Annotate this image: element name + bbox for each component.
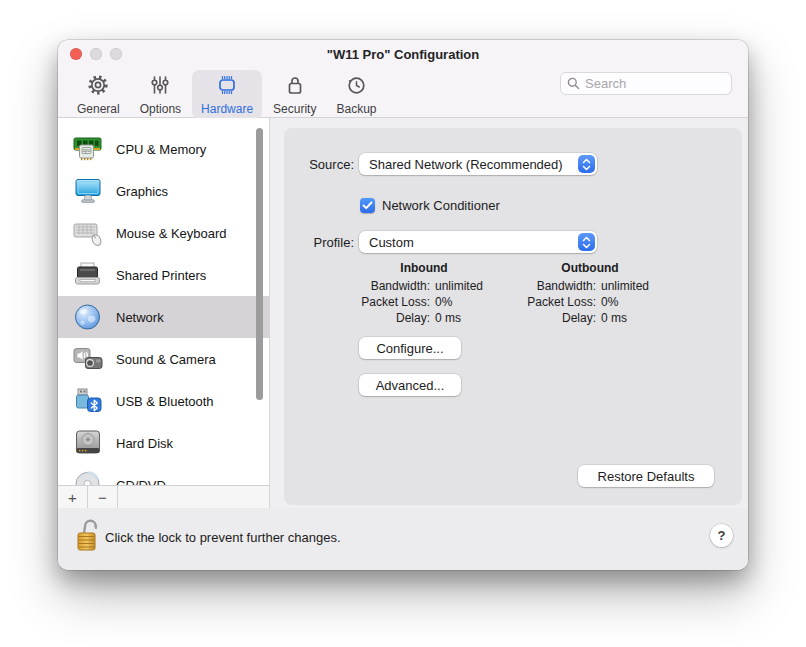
sidebar-item-usb-bluetooth[interactable]: USB & Bluetooth: [58, 380, 269, 422]
sidebar-footer: + −: [58, 485, 269, 508]
mouse-keyboard-icon: [72, 219, 104, 247]
toolbar: General Options: [58, 68, 748, 118]
title-bar: "W11 Pro" Configuration: [58, 40, 748, 68]
svg-text:cpu: cpu: [83, 148, 91, 153]
search-field: [560, 72, 732, 95]
stat-label: Bandwidth:: [344, 278, 430, 294]
tab-hardware[interactable]: Hardware: [192, 70, 262, 119]
tab-security[interactable]: Security: [264, 70, 325, 119]
network-conditioner-label: Network Conditioner: [382, 198, 500, 213]
tab-general-label: General: [77, 102, 120, 116]
advanced-button[interactable]: Advanced...: [359, 374, 461, 396]
traffic-lights: [70, 48, 122, 60]
search-icon: [567, 77, 580, 90]
settings-card: Source: Shared Network (Recommended): [284, 128, 742, 505]
chip-icon: [215, 73, 239, 101]
checkmark-icon: [362, 201, 373, 210]
time-machine-icon: [344, 73, 368, 101]
sidebar-item-shared-printers[interactable]: Shared Printers: [58, 254, 269, 296]
inbound-title: Inbound: [344, 261, 504, 275]
configure-button[interactable]: Configure...: [359, 337, 461, 359]
sound-camera-icon: [72, 345, 104, 373]
globe-icon: [72, 303, 104, 331]
stat-value: 0 ms: [435, 310, 461, 326]
stat-label: Delay:: [510, 310, 596, 326]
outbound-title: Outbound: [510, 261, 670, 275]
gear-icon: [86, 73, 110, 101]
popup-arrows-icon: [578, 155, 595, 173]
desktop-background: "W11 Pro" Configuration General: [0, 0, 806, 647]
sidebar-scrollbar-thumb[interactable]: [256, 128, 263, 400]
hardware-sidebar: cpu CPU & Memory Graphic: [58, 118, 270, 508]
unlocked-padlock-icon[interactable]: [75, 517, 101, 557]
sidebar-item-label: USB & Bluetooth: [116, 394, 214, 409]
cd-dvd-icon: [72, 471, 104, 485]
configuration-window: "W11 Pro" Configuration General: [58, 40, 748, 570]
usb-bluetooth-icon: [72, 387, 104, 415]
sidebar-item-label: CD/DVD: [116, 478, 166, 486]
lock-message: Click the lock to prevent further change…: [105, 530, 341, 545]
tab-options[interactable]: Options: [131, 70, 190, 119]
sidebar-item-mouse-keyboard[interactable]: Mouse & Keyboard: [58, 212, 269, 254]
stat-value: 0%: [601, 294, 618, 310]
profile-popup-value: Custom: [369, 235, 414, 250]
sidebar-item-cd-dvd[interactable]: CD/DVD: [58, 464, 269, 485]
hard-disk-icon: [72, 429, 104, 457]
sidebar-item-sound-camera[interactable]: Sound & Camera: [58, 338, 269, 380]
sliders-icon: [148, 73, 172, 101]
add-device-button[interactable]: +: [58, 486, 87, 508]
close-button[interactable]: [70, 48, 82, 60]
cpu-memory-icon: cpu: [72, 135, 104, 163]
sidebar-item-label: Graphics: [116, 184, 168, 199]
profile-popup[interactable]: Custom: [359, 231, 597, 253]
remove-device-button[interactable]: −: [88, 486, 117, 508]
sidebar-item-label: CPU & Memory: [116, 142, 206, 157]
search-input[interactable]: [560, 72, 732, 95]
source-popup[interactable]: Shared Network (Recommended): [359, 153, 597, 175]
lock-outline-icon: [283, 73, 307, 101]
network-settings-panel: Source: Shared Network (Recommended): [270, 118, 748, 508]
sidebar-item-label: Mouse & Keyboard: [116, 226, 227, 241]
printer-icon: [72, 261, 104, 289]
tab-security-label: Security: [273, 102, 316, 116]
tab-hardware-label: Hardware: [201, 102, 253, 116]
stat-value: 0 ms: [601, 310, 627, 326]
popup-arrows-icon: [578, 233, 595, 251]
stat-value: unlimited: [435, 278, 483, 294]
stat-label: Bandwidth:: [510, 278, 596, 294]
sidebar-item-label: Shared Printers: [116, 268, 206, 283]
source-label: Source:: [292, 157, 354, 172]
sidebar-item-cpu-memory[interactable]: cpu CPU & Memory: [58, 128, 269, 170]
hardware-list: cpu CPU & Memory Graphic: [58, 118, 269, 485]
content-area: cpu CPU & Memory Graphic: [58, 118, 748, 508]
help-button[interactable]: ?: [710, 524, 733, 547]
sidebar-item-graphics[interactable]: Graphics: [58, 170, 269, 212]
inbound-stats: Inbound Bandwidth:unlimited Packet Loss:…: [344, 261, 504, 326]
restore-defaults-button[interactable]: Restore Defaults: [578, 465, 714, 487]
graphics-icon: [72, 177, 104, 205]
tab-backup-label: Backup: [336, 102, 376, 116]
toolbar-tabs: General Options: [68, 70, 385, 119]
outbound-stats: Outbound Bandwidth:unlimited Packet Loss…: [510, 261, 670, 326]
zoom-button[interactable]: [110, 48, 122, 60]
stat-value: unlimited: [601, 278, 649, 294]
stat-label: Delay:: [344, 310, 430, 326]
minimize-button[interactable]: [90, 48, 102, 60]
stat-label: Packet Loss:: [510, 294, 596, 310]
footer-divider: [117, 486, 118, 508]
sidebar-item-label: Sound & Camera: [116, 352, 216, 367]
sidebar-item-network[interactable]: Network: [58, 296, 269, 338]
sidebar-item-label: Network: [116, 310, 164, 325]
stat-value: 0%: [435, 294, 452, 310]
tab-backup[interactable]: Backup: [327, 70, 385, 119]
window-title: "W11 Pro" Configuration: [327, 47, 479, 62]
tab-options-label: Options: [140, 102, 181, 116]
status-bar: Click the lock to prevent further change…: [58, 508, 748, 570]
tab-general[interactable]: General: [68, 70, 129, 119]
stat-label: Packet Loss:: [344, 294, 430, 310]
network-conditioner-checkbox[interactable]: [360, 198, 375, 213]
source-popup-value: Shared Network (Recommended): [369, 157, 563, 172]
sidebar-item-hard-disk[interactable]: Hard Disk: [58, 422, 269, 464]
profile-label: Profile:: [292, 235, 354, 250]
sidebar-item-label: Hard Disk: [116, 436, 173, 451]
